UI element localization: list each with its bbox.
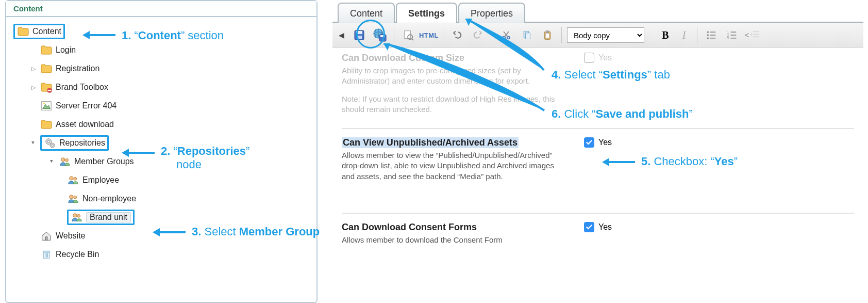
tree-label: Repositories (59, 138, 105, 148)
setting-can-download-custom-size: Can Download Custom Size Ability to crop… (342, 53, 854, 115)
content-tree-panel: Content Content Login ▷ Registration (5, 0, 318, 303)
tree-node-brand-unit[interactable]: Brand unit (13, 208, 312, 227)
tree-label: Brand Toolbox (56, 83, 108, 92)
cut-button[interactable] (497, 26, 515, 44)
setting-desc: Allows member to view the “Published/Unp… (342, 150, 558, 182)
tree-node-recycle-bin[interactable]: Recycle Bin (13, 245, 312, 264)
html-button[interactable]: HTML (420, 26, 438, 44)
bulleted-list-button[interactable] (703, 26, 720, 44)
tree-node-content[interactable]: Content (13, 22, 312, 41)
tree-node-employee[interactable]: Employee (13, 171, 312, 189)
tree-label: Non-employee (82, 194, 136, 203)
tree-node-website[interactable]: Website (13, 227, 312, 245)
tree-node-member-groups[interactable]: ▸ Member Groups (13, 152, 312, 171)
svg-point-9 (61, 158, 65, 162)
tree-label: Content (32, 27, 61, 36)
users-icon (67, 174, 79, 186)
outdent-button[interactable]: < (744, 26, 761, 44)
svg-rect-40 (546, 34, 549, 38)
setting-note: Note: If you want to restrict download o… (342, 94, 558, 115)
setting-title: Can View Unpublished/Archived Assets (342, 137, 519, 148)
style-select[interactable]: Body copy (567, 27, 644, 43)
save-and-publish-button[interactable] (371, 26, 389, 44)
svg-point-4 (43, 103, 45, 105)
expander-icon (30, 102, 37, 109)
tree-label: Member Groups (74, 157, 134, 166)
setting-title: Can Download Consent Forms (342, 222, 563, 233)
expander-icon[interactable]: ▸ (30, 139, 37, 147)
users-icon (67, 193, 79, 205)
svg-rect-19 (43, 251, 49, 252)
paste-button[interactable] (539, 26, 556, 44)
folder-icon (40, 44, 53, 56)
tree-label: Registration (56, 64, 99, 73)
recycle-bin-icon (40, 248, 53, 261)
tab-properties[interactable]: Properties (458, 3, 525, 23)
bold-button[interactable]: B (658, 29, 673, 41)
svg-line-31 (411, 38, 413, 40)
setting-desc: Ability to crop images to pre-configured… (342, 66, 558, 87)
checkbox-custom-size[interactable] (584, 53, 594, 63)
tree-node-brand-toolbox[interactable]: ▷ Brand Toolbox (13, 78, 312, 97)
expander-icon (30, 232, 37, 240)
copy-button[interactable] (518, 26, 536, 44)
content-tree: Content Login ▷ Registration ▷ Brand Too… (6, 17, 316, 269)
svg-rect-39 (546, 31, 549, 33)
preview-button[interactable] (399, 26, 417, 44)
tree-label: Server Error 404 (56, 101, 116, 110)
expander-icon[interactable]: ▸ (48, 158, 56, 165)
svg-point-6 (47, 140, 49, 142)
svg-point-43 (707, 37, 709, 39)
tab-content[interactable]: Content (338, 3, 395, 23)
folder-blocked-icon (40, 81, 53, 93)
checkbox-consent[interactable] (584, 222, 594, 232)
setting-desc: Allows member to download the Consent Fo… (342, 235, 558, 245)
settings-content: Can Download Custom Size Ability to crop… (332, 47, 863, 245)
users-icon (59, 155, 71, 168)
tab-settings[interactable]: Settings (396, 3, 457, 23)
tree-label: Brand unit (86, 212, 131, 222)
tree-node-server-error[interactable]: Server Error 404 (13, 97, 312, 115)
italic-button[interactable]: I (676, 29, 692, 41)
svg-point-12 (74, 177, 77, 180)
svg-point-13 (70, 195, 73, 199)
numbered-list-button[interactable]: 123 (723, 26, 741, 44)
checkbox-unpublished[interactable] (584, 137, 594, 148)
tree-label: Asset download (56, 120, 114, 129)
gears-icon (44, 137, 56, 149)
house-icon (40, 230, 53, 242)
svg-rect-37 (526, 33, 530, 39)
checkbox-label: Yes (598, 222, 612, 232)
tree-label: Employee (82, 176, 119, 185)
svg-point-41 (707, 31, 709, 33)
tree-node-non-employee[interactable]: Non-employee (13, 189, 312, 208)
tree-label: Login (56, 45, 76, 55)
editor-panel: Content Settings Properties ◀ HTML (332, 0, 863, 303)
tree-label: Recycle Bin (56, 250, 99, 259)
expander-icon (30, 251, 37, 258)
save-button[interactable] (350, 26, 368, 44)
tree-node-login[interactable]: Login (13, 41, 312, 59)
tree-label: Website (56, 231, 86, 241)
checkbox-label: Yes (598, 138, 612, 147)
svg-rect-25 (357, 36, 362, 39)
svg-point-16 (77, 214, 80, 217)
tree-node-repositories[interactable]: ▸ Repositories (13, 134, 312, 152)
redo-button[interactable] (469, 26, 487, 44)
folder-icon (40, 118, 53, 131)
rich-text-toolbar: ◀ HTML Body copy (332, 23, 863, 47)
tree-node-asset-download[interactable]: Asset download (13, 115, 312, 134)
undo-button[interactable] (448, 26, 466, 44)
tree-node-registration[interactable]: ▷ Registration (13, 59, 312, 78)
nav-back-icon[interactable]: ◀ (336, 31, 347, 39)
image-icon (40, 100, 53, 112)
expander-icon (30, 46, 37, 54)
expander-icon (30, 121, 37, 128)
setting-can-download-consent: Can Download Consent Forms Allows member… (342, 222, 854, 245)
svg-point-11 (70, 177, 73, 180)
expander-icon[interactable]: ▷ (30, 65, 37, 72)
svg-rect-24 (356, 31, 362, 34)
expander-icon[interactable]: ▷ (30, 84, 37, 91)
svg-point-10 (65, 158, 69, 162)
svg-rect-1 (48, 90, 52, 91)
